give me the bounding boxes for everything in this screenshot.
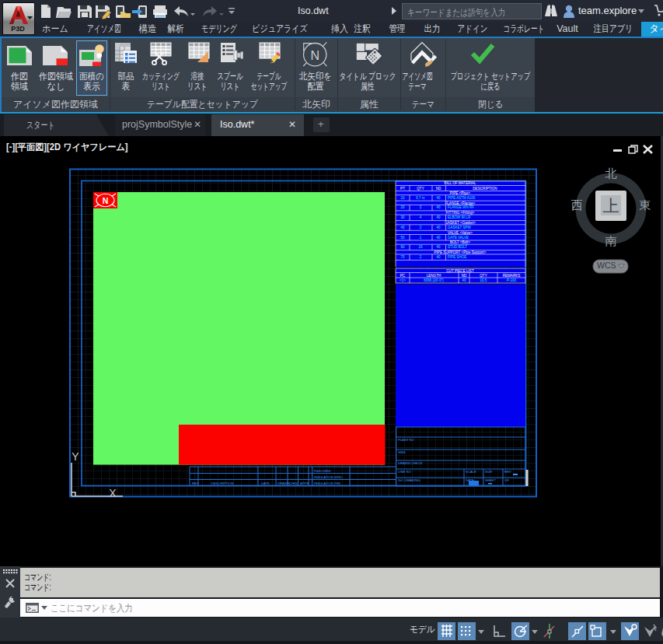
- svg-text:ND: ND: [462, 274, 467, 278]
- svg-text:BOLT <Bolt>: BOLT <Bolt>: [450, 240, 470, 244]
- svg-text:GASKET SPW: GASKET SPW: [448, 226, 471, 229]
- svg-text:40: 40: [436, 215, 441, 219]
- svg-text:Y: Y: [72, 450, 79, 463]
- svg-text:東: 東: [640, 198, 651, 212]
- svg-text:PIPE ASTM A106: PIPE ASTM A106: [448, 196, 476, 200]
- svg-text:FLANGE WN RF: FLANGE WN RF: [448, 205, 474, 209]
- svg-text:DRAWN: DRAWN: [277, 481, 290, 485]
- svg-text:ELBOW 90 LR: ELBOW 90 LR: [448, 215, 471, 219]
- svg-text:LENGTH: LENGTH: [427, 274, 441, 278]
- svg-text:VALVE <Valve>: VALVE <Valve>: [448, 231, 473, 235]
- svg-text:西: 西: [571, 198, 583, 212]
- svg-text:LINE NO: LINE NO: [398, 470, 411, 474]
- svg-text:ND: ND: [436, 187, 441, 191]
- svg-text:DESCRIPTION: DESCRIPTION: [211, 481, 234, 485]
- svg-text:FLANGE <Flange>: FLANGE <Flange>: [445, 201, 475, 205]
- svg-text:DESCRIPTION: DESCRIPTION: [473, 187, 497, 191]
- svg-text:GASKET <Gasket>: GASKET <Gasket>: [445, 221, 476, 225]
- svg-text:WBS: WBS: [398, 450, 406, 454]
- svg-text:SCALE: SCALE: [466, 470, 476, 474]
- svg-text:40: 40: [436, 245, 441, 249]
- svg-text:ISO DRAWING: ISO DRAWING: [398, 478, 420, 482]
- svg-text:70: 70: [400, 255, 405, 259]
- svg-text:SHEET: SHEET: [485, 478, 496, 482]
- svg-text:PC: PC: [400, 274, 406, 278]
- svg-text:40: 40: [436, 196, 441, 200]
- svg-text:40: 40: [436, 205, 441, 209]
- svg-text:PT: PT: [400, 187, 405, 191]
- svg-text:10: 10: [400, 196, 405, 200]
- svg-text:50: 50: [400, 236, 405, 240]
- svg-text:OF: OF: [504, 478, 509, 482]
- svg-text:北: 北: [605, 166, 617, 180]
- svg-text:X: X: [109, 487, 117, 499]
- svg-text:QTY: QTY: [417, 187, 424, 191]
- svg-text:PIPE SHOE: PIPE SHOE: [448, 255, 466, 259]
- svg-text:40: 40: [462, 278, 466, 282]
- svg-text:16: 16: [418, 245, 423, 249]
- svg-text:南: 南: [605, 234, 617, 247]
- svg-text:N: N: [103, 196, 109, 205]
- svg-text:40: 40: [436, 226, 441, 229]
- svg-text:SIZE: SIZE: [485, 470, 493, 474]
- svg-text:<1>: <1>: [400, 278, 406, 282]
- svg-text:CHKD: CHKD: [289, 481, 298, 485]
- svg-text:PIPE <Pipe>: PIPE <Pipe>: [450, 191, 471, 195]
- svg-text:REMARKS: REMARKS: [503, 274, 521, 278]
- svg-text:DATE: DATE: [261, 481, 270, 485]
- svg-text:上: 上: [603, 197, 619, 215]
- svg-text:6.7 m: 6.7 m: [416, 196, 425, 200]
- svg-text:40: 40: [436, 236, 441, 240]
- svg-text:P&ID DWG: P&ID DWG: [314, 469, 330, 473]
- svg-text:6096 (20'-0"): 6096 (20'-0"): [424, 278, 444, 282]
- svg-text:10.5: 10.5: [480, 278, 487, 282]
- svg-text:WCS: WCS: [597, 261, 616, 270]
- svg-text:PLANT NO: PLANT NO: [398, 438, 415, 442]
- svg-text:REV: REV: [192, 481, 199, 485]
- svg-text:P-100: P-100: [507, 278, 517, 282]
- svg-text:40: 40: [400, 226, 405, 229]
- svg-text:GATE VALVE: GATE VALVE: [448, 236, 469, 240]
- svg-text:REV: REV: [504, 470, 511, 474]
- svg-text:CUT PIECE LIST: CUT PIECE LIST: [446, 269, 474, 273]
- svg-text:INSULATION SPEC: INSULATION SPEC: [314, 475, 343, 479]
- svg-text:40: 40: [436, 255, 441, 259]
- svg-text:QTY: QTY: [480, 274, 487, 278]
- svg-text:P3D: P3D: [11, 25, 25, 33]
- svg-text:DRAWN CHECK: DRAWN CHECK: [398, 461, 423, 465]
- svg-text:BILL OF MATERIAL: BILL OF MATERIAL: [445, 181, 476, 185]
- svg-text:APPR: APPR: [300, 481, 309, 485]
- svg-text:INSULATION THK: INSULATION THK: [314, 481, 340, 485]
- svg-text:20: 20: [400, 205, 405, 209]
- svg-text:60: 60: [400, 245, 405, 249]
- svg-text:FITTING <Fitting>: FITTING <Fitting>: [445, 211, 474, 215]
- svg-text:STUD BOLT: STUD BOLT: [448, 245, 467, 249]
- svg-text:N: N: [310, 49, 319, 62]
- svg-text:30: 30: [400, 215, 405, 219]
- svg-text:PIPE SUPPORT <Pipe Support>: PIPE SUPPORT <Pipe Support>: [434, 250, 487, 254]
